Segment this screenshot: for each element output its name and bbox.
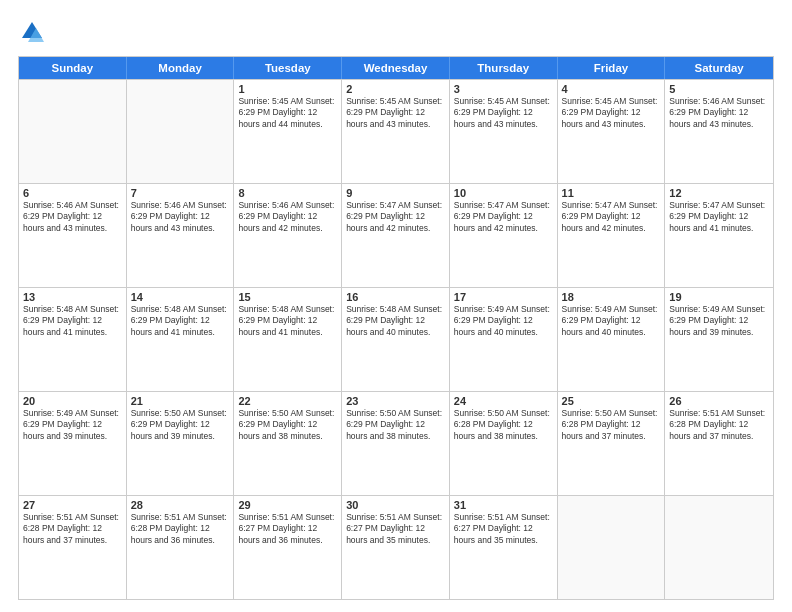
day-info: Sunrise: 5:50 AM Sunset: 6:29 PM Dayligh… [238, 408, 337, 442]
day-cell-13: 13Sunrise: 5:48 AM Sunset: 6:29 PM Dayli… [19, 288, 127, 391]
day-number: 21 [131, 395, 230, 407]
day-number: 13 [23, 291, 122, 303]
day-number: 12 [669, 187, 769, 199]
day-number: 15 [238, 291, 337, 303]
week-row-5: 27Sunrise: 5:51 AM Sunset: 6:28 PM Dayli… [19, 495, 773, 599]
day-cell-5: 5Sunrise: 5:46 AM Sunset: 6:29 PM Daylig… [665, 80, 773, 183]
header [18, 18, 774, 46]
empty-cell [665, 496, 773, 599]
day-cell-18: 18Sunrise: 5:49 AM Sunset: 6:29 PM Dayli… [558, 288, 666, 391]
day-info: Sunrise: 5:51 AM Sunset: 6:28 PM Dayligh… [23, 512, 122, 546]
day-number: 9 [346, 187, 445, 199]
day-info: Sunrise: 5:46 AM Sunset: 6:29 PM Dayligh… [669, 96, 769, 130]
day-number: 19 [669, 291, 769, 303]
day-number: 28 [131, 499, 230, 511]
header-cell-friday: Friday [558, 57, 666, 79]
day-info: Sunrise: 5:49 AM Sunset: 6:29 PM Dayligh… [669, 304, 769, 338]
day-cell-2: 2Sunrise: 5:45 AM Sunset: 6:29 PM Daylig… [342, 80, 450, 183]
day-cell-31: 31Sunrise: 5:51 AM Sunset: 6:27 PM Dayli… [450, 496, 558, 599]
header-cell-wednesday: Wednesday [342, 57, 450, 79]
day-number: 16 [346, 291, 445, 303]
calendar-body: 1Sunrise: 5:45 AM Sunset: 6:29 PM Daylig… [19, 79, 773, 599]
empty-cell [558, 496, 666, 599]
day-cell-11: 11Sunrise: 5:47 AM Sunset: 6:29 PM Dayli… [558, 184, 666, 287]
day-info: Sunrise: 5:50 AM Sunset: 6:29 PM Dayligh… [131, 408, 230, 442]
day-number: 22 [238, 395, 337, 407]
day-cell-16: 16Sunrise: 5:48 AM Sunset: 6:29 PM Dayli… [342, 288, 450, 391]
day-number: 20 [23, 395, 122, 407]
day-info: Sunrise: 5:48 AM Sunset: 6:29 PM Dayligh… [23, 304, 122, 338]
day-cell-23: 23Sunrise: 5:50 AM Sunset: 6:29 PM Dayli… [342, 392, 450, 495]
day-number: 3 [454, 83, 553, 95]
day-number: 5 [669, 83, 769, 95]
day-cell-12: 12Sunrise: 5:47 AM Sunset: 6:29 PM Dayli… [665, 184, 773, 287]
header-cell-monday: Monday [127, 57, 235, 79]
day-info: Sunrise: 5:46 AM Sunset: 6:29 PM Dayligh… [131, 200, 230, 234]
logo [18, 18, 50, 46]
day-number: 14 [131, 291, 230, 303]
day-cell-27: 27Sunrise: 5:51 AM Sunset: 6:28 PM Dayli… [19, 496, 127, 599]
empty-cell [127, 80, 235, 183]
week-row-1: 1Sunrise: 5:45 AM Sunset: 6:29 PM Daylig… [19, 79, 773, 183]
day-cell-28: 28Sunrise: 5:51 AM Sunset: 6:28 PM Dayli… [127, 496, 235, 599]
day-number: 6 [23, 187, 122, 199]
day-info: Sunrise: 5:48 AM Sunset: 6:29 PM Dayligh… [131, 304, 230, 338]
header-cell-thursday: Thursday [450, 57, 558, 79]
day-number: 27 [23, 499, 122, 511]
day-cell-15: 15Sunrise: 5:48 AM Sunset: 6:29 PM Dayli… [234, 288, 342, 391]
empty-cell [19, 80, 127, 183]
day-info: Sunrise: 5:49 AM Sunset: 6:29 PM Dayligh… [23, 408, 122, 442]
day-number: 18 [562, 291, 661, 303]
day-cell-14: 14Sunrise: 5:48 AM Sunset: 6:29 PM Dayli… [127, 288, 235, 391]
day-info: Sunrise: 5:49 AM Sunset: 6:29 PM Dayligh… [562, 304, 661, 338]
day-number: 23 [346, 395, 445, 407]
day-number: 2 [346, 83, 445, 95]
day-number: 1 [238, 83, 337, 95]
day-cell-10: 10Sunrise: 5:47 AM Sunset: 6:29 PM Dayli… [450, 184, 558, 287]
day-info: Sunrise: 5:47 AM Sunset: 6:29 PM Dayligh… [562, 200, 661, 234]
day-cell-4: 4Sunrise: 5:45 AM Sunset: 6:29 PM Daylig… [558, 80, 666, 183]
day-cell-9: 9Sunrise: 5:47 AM Sunset: 6:29 PM Daylig… [342, 184, 450, 287]
day-info: Sunrise: 5:51 AM Sunset: 6:27 PM Dayligh… [454, 512, 553, 546]
day-cell-26: 26Sunrise: 5:51 AM Sunset: 6:28 PM Dayli… [665, 392, 773, 495]
day-number: 4 [562, 83, 661, 95]
page: SundayMondayTuesdayWednesdayThursdayFrid… [0, 0, 792, 612]
day-cell-24: 24Sunrise: 5:50 AM Sunset: 6:28 PM Dayli… [450, 392, 558, 495]
logo-icon [18, 18, 46, 46]
day-info: Sunrise: 5:45 AM Sunset: 6:29 PM Dayligh… [454, 96, 553, 130]
day-cell-6: 6Sunrise: 5:46 AM Sunset: 6:29 PM Daylig… [19, 184, 127, 287]
header-cell-tuesday: Tuesday [234, 57, 342, 79]
day-info: Sunrise: 5:48 AM Sunset: 6:29 PM Dayligh… [238, 304, 337, 338]
day-info: Sunrise: 5:45 AM Sunset: 6:29 PM Dayligh… [238, 96, 337, 130]
day-info: Sunrise: 5:49 AM Sunset: 6:29 PM Dayligh… [454, 304, 553, 338]
day-cell-1: 1Sunrise: 5:45 AM Sunset: 6:29 PM Daylig… [234, 80, 342, 183]
day-number: 17 [454, 291, 553, 303]
week-row-2: 6Sunrise: 5:46 AM Sunset: 6:29 PM Daylig… [19, 183, 773, 287]
day-info: Sunrise: 5:47 AM Sunset: 6:29 PM Dayligh… [669, 200, 769, 234]
day-number: 26 [669, 395, 769, 407]
day-info: Sunrise: 5:50 AM Sunset: 6:29 PM Dayligh… [346, 408, 445, 442]
day-info: Sunrise: 5:46 AM Sunset: 6:29 PM Dayligh… [23, 200, 122, 234]
day-info: Sunrise: 5:51 AM Sunset: 6:27 PM Dayligh… [346, 512, 445, 546]
day-number: 24 [454, 395, 553, 407]
week-row-3: 13Sunrise: 5:48 AM Sunset: 6:29 PM Dayli… [19, 287, 773, 391]
day-cell-20: 20Sunrise: 5:49 AM Sunset: 6:29 PM Dayli… [19, 392, 127, 495]
day-cell-30: 30Sunrise: 5:51 AM Sunset: 6:27 PM Dayli… [342, 496, 450, 599]
day-cell-7: 7Sunrise: 5:46 AM Sunset: 6:29 PM Daylig… [127, 184, 235, 287]
day-info: Sunrise: 5:51 AM Sunset: 6:28 PM Dayligh… [669, 408, 769, 442]
day-cell-19: 19Sunrise: 5:49 AM Sunset: 6:29 PM Dayli… [665, 288, 773, 391]
day-cell-29: 29Sunrise: 5:51 AM Sunset: 6:27 PM Dayli… [234, 496, 342, 599]
day-info: Sunrise: 5:50 AM Sunset: 6:28 PM Dayligh… [562, 408, 661, 442]
header-cell-sunday: Sunday [19, 57, 127, 79]
day-info: Sunrise: 5:45 AM Sunset: 6:29 PM Dayligh… [346, 96, 445, 130]
calendar: SundayMondayTuesdayWednesdayThursdayFrid… [18, 56, 774, 600]
day-number: 11 [562, 187, 661, 199]
day-info: Sunrise: 5:50 AM Sunset: 6:28 PM Dayligh… [454, 408, 553, 442]
calendar-header: SundayMondayTuesdayWednesdayThursdayFrid… [19, 57, 773, 79]
day-cell-22: 22Sunrise: 5:50 AM Sunset: 6:29 PM Dayli… [234, 392, 342, 495]
day-number: 31 [454, 499, 553, 511]
day-info: Sunrise: 5:51 AM Sunset: 6:27 PM Dayligh… [238, 512, 337, 546]
day-number: 29 [238, 499, 337, 511]
day-cell-17: 17Sunrise: 5:49 AM Sunset: 6:29 PM Dayli… [450, 288, 558, 391]
day-cell-25: 25Sunrise: 5:50 AM Sunset: 6:28 PM Dayli… [558, 392, 666, 495]
